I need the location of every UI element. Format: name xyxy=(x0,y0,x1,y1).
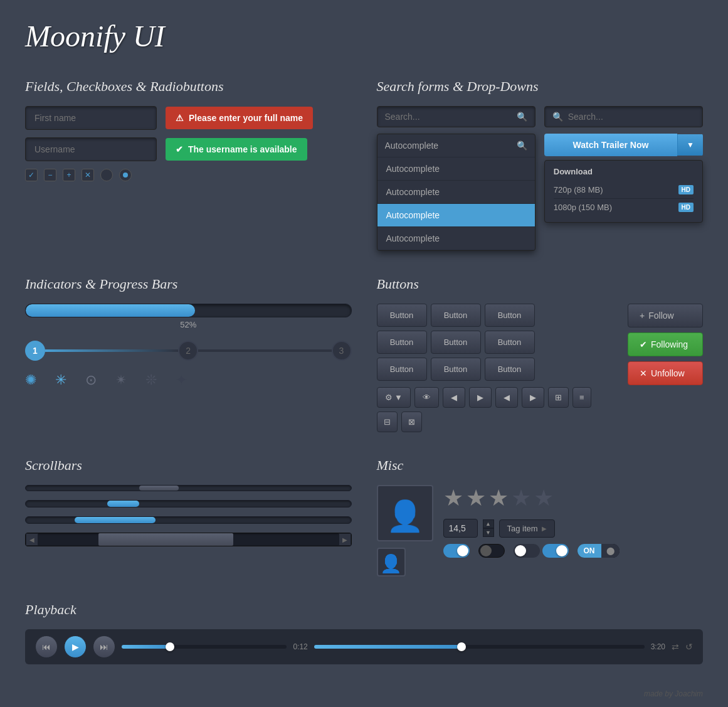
checkbox-minus[interactable]: − xyxy=(44,169,56,181)
toggle-text-switch[interactable]: ON ⬤ xyxy=(578,544,620,558)
watch-trailer-button[interactable]: Watch Trailer Now xyxy=(544,134,677,156)
autocomplete-item-1[interactable]: Autocomplete xyxy=(377,157,535,181)
username-input[interactable] xyxy=(25,137,157,161)
number-spinners: ▲ ▼ xyxy=(483,519,494,537)
btn-9[interactable]: Button xyxy=(485,358,535,381)
prev-button[interactable]: ◀ xyxy=(443,387,465,408)
checkbox-checked[interactable]: ✓ xyxy=(25,169,38,181)
tag-arrow-icon: ▶ xyxy=(542,525,547,532)
grid-view-btn[interactable]: ⊞ xyxy=(548,387,569,408)
btn-6[interactable]: Button xyxy=(485,331,535,354)
scrollbar-right-btn[interactable]: ▶ xyxy=(339,533,351,546)
step-2[interactable]: 2 xyxy=(178,341,198,361)
star-1[interactable]: ★ xyxy=(443,485,463,511)
col-view-btn[interactable]: ⊟ xyxy=(377,412,398,432)
list-view-btn[interactable]: ≡ xyxy=(572,387,591,408)
search-box-1[interactable]: 🔍 xyxy=(377,106,535,127)
num-down-btn[interactable]: ▼ xyxy=(483,528,494,537)
btn-1[interactable]: Button xyxy=(377,304,427,327)
step-3[interactable]: 3 xyxy=(332,341,352,361)
repeat-icon[interactable]: ↺ xyxy=(685,642,693,652)
autocomplete-item-2[interactable]: Autocomplete xyxy=(377,181,535,204)
spinner-5: ❊ xyxy=(145,372,163,390)
playback-knob-2[interactable] xyxy=(457,642,466,651)
scrollbar-track-2 xyxy=(25,500,352,508)
checkbox-x[interactable]: ✕ xyxy=(82,169,94,181)
next2-button[interactable]: ▶ xyxy=(522,387,544,408)
star-4[interactable]: ★ xyxy=(511,485,531,511)
radio-inner-dot xyxy=(123,173,128,178)
scrollbar-thumb-1[interactable] xyxy=(139,486,178,491)
star-2[interactable]: ★ xyxy=(466,485,486,511)
autocomplete-wrapper: 🔍 Autocomplete Autocomplete Autocomplete… xyxy=(377,134,535,251)
playback-progress-fill xyxy=(122,645,171,649)
tag-item[interactable]: Tag item ▶ xyxy=(499,519,555,538)
btn-8[interactable]: Button xyxy=(431,358,481,381)
checkbox-plus[interactable]: + xyxy=(63,169,75,181)
x-icon-unfollow: ✕ xyxy=(640,368,647,378)
scrollbar-thumb-3[interactable] xyxy=(75,517,156,523)
num-up-btn[interactable]: ▲ xyxy=(483,519,494,528)
toggle-pair xyxy=(514,544,569,558)
buttons-grid: Button Button Button Button Button Butto… xyxy=(377,304,616,381)
playback-progress-track[interactable] xyxy=(122,645,287,649)
toggle-off-1[interactable] xyxy=(514,544,540,558)
download-item-1080[interactable]: 1080p (150 MB) HD xyxy=(554,199,694,216)
rewind-button[interactable]: ⏮ xyxy=(35,635,58,658)
btn-5[interactable]: Button xyxy=(431,331,481,354)
star-3[interactable]: ★ xyxy=(488,485,509,511)
search-input-2[interactable] xyxy=(568,112,695,122)
scrollbar-left-btn[interactable]: ◀ xyxy=(26,533,38,546)
toggle-dark-1[interactable] xyxy=(478,544,505,558)
number-input[interactable] xyxy=(443,519,478,538)
following-button[interactable]: ✔ Following xyxy=(628,332,703,356)
unfollow-button[interactable]: ✕ Unfollow xyxy=(628,361,703,385)
autocomplete-trigger[interactable]: 🔍 xyxy=(377,134,535,157)
radio-filled[interactable] xyxy=(119,169,132,181)
search-icon-1[interactable]: 🔍 xyxy=(517,112,527,122)
btn-4[interactable]: Button xyxy=(377,331,427,354)
btn-7[interactable]: Button xyxy=(377,358,427,381)
play-button[interactable]: ▶ xyxy=(64,635,87,658)
star-5[interactable]: ★ xyxy=(534,485,554,511)
eye-button[interactable]: 👁 xyxy=(414,387,439,408)
scrollbar-track-1 xyxy=(25,485,352,491)
misc-controls: ★ ★ ★ ★ ★ ▲ ▼ Tag item xyxy=(443,485,620,558)
toggle-knob-on-2 xyxy=(556,545,567,556)
autocomplete-search-icon[interactable]: 🔍 xyxy=(517,141,527,151)
buttons-inner: Button Button Button Button Button Butto… xyxy=(377,304,704,432)
search-input-1[interactable] xyxy=(385,112,512,122)
watch-trailer-dropdown[interactable]: ▼ xyxy=(677,134,703,156)
autocomplete-input[interactable] xyxy=(385,141,512,151)
btn-2[interactable]: Button xyxy=(431,304,481,327)
fast-forward-button[interactable]: ⏭ xyxy=(93,635,115,658)
download-title: Download xyxy=(554,167,694,176)
autocomplete-item-3[interactable]: Autocomplete xyxy=(377,204,535,227)
error-message: ⚠ Please enter your full name xyxy=(166,107,313,129)
split-view-btn[interactable]: ⊠ xyxy=(401,412,422,432)
toggle-on-2[interactable] xyxy=(542,544,569,558)
autocomplete-item-4[interactable]: Autocomplete xyxy=(377,227,535,250)
step-1[interactable]: 1 xyxy=(25,341,45,361)
watch-trailer-btn-group: Watch Trailer Now ▼ xyxy=(544,134,703,156)
playback-progress-track-2[interactable] xyxy=(314,645,645,649)
radio-empty[interactable] xyxy=(100,169,113,181)
spinner-1: ✺ xyxy=(25,372,43,390)
search-box-2[interactable]: 🔍 xyxy=(544,106,703,127)
next-button[interactable]: ▶ xyxy=(469,387,492,408)
shuffle-icon[interactable]: ⇄ xyxy=(672,642,679,652)
hd-badge-1080: HD xyxy=(678,203,694,212)
prev2-button[interactable]: ◀ xyxy=(495,387,518,408)
btn-3[interactable]: Button xyxy=(485,304,535,327)
number-input-row: ▲ ▼ Tag item ▶ xyxy=(443,519,620,538)
scrollbar-h-thumb[interactable] xyxy=(98,533,233,546)
firstname-input[interactable] xyxy=(25,106,157,130)
download-item-720[interactable]: 720p (88 MB) HD xyxy=(554,181,694,199)
follow-button[interactable]: + Follow xyxy=(628,304,703,327)
gear-button[interactable]: ⚙ ▼ xyxy=(377,387,411,408)
progress-section: Indicators & Progress Bars 52% 1 2 3 ✺ ✳… xyxy=(25,276,352,432)
scrollbar-thumb-2[interactable] xyxy=(107,501,140,507)
toggle-on-1[interactable] xyxy=(443,544,470,558)
playback-knob[interactable] xyxy=(166,642,174,651)
progress-title: Indicators & Progress Bars xyxy=(25,276,352,292)
